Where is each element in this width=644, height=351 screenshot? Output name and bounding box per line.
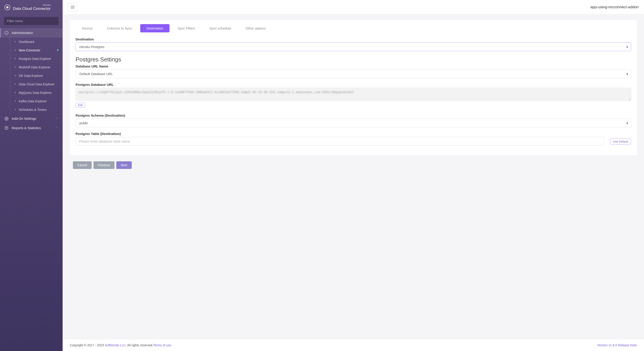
tabs: Source Columns to Sync Destination Sync … <box>76 24 631 32</box>
nav-item-new-connector[interactable]: New Connector <box>10 46 62 54</box>
rights-text: . All rights reserved. <box>126 344 153 347</box>
tab-columns-to-sync[interactable]: Columns to Sync <box>100 24 138 32</box>
tab-destination[interactable]: Destination <box>140 24 170 32</box>
destination-select[interactable]: Heroku Postgres <box>76 42 631 51</box>
nav-item-redshift-explorer[interactable]: Redshift Data Explorer <box>10 63 62 71</box>
nav-section-label: Administration <box>12 31 33 35</box>
logo-icon <box>4 4 10 10</box>
active-indicator-icon <box>57 49 58 51</box>
next-button[interactable]: Next <box>116 161 132 169</box>
destination-label: Destination <box>76 37 631 41</box>
tab-sync-filters[interactable]: Sync Filters <box>171 24 201 32</box>
report-icon <box>4 126 8 130</box>
nav-section-reports[interactable]: Reports & Statistics ﹀ <box>0 123 62 133</box>
nav-section-addon-settings[interactable]: Add-On Settings ﹀ <box>0 114 62 123</box>
db-url-name-label: Database URL Name <box>76 64 631 68</box>
company-link[interactable]: Softtrends LLC <box>105 344 126 347</box>
nav-item-dashboard[interactable]: Dashboard <box>10 37 62 46</box>
nav-item-schedules-timers[interactable]: Schedules & Timers <box>10 105 62 114</box>
app-name: app-using-mcconnect-addon <box>590 5 639 9</box>
sidebar: Heroku Data Cloud Connector Administrati… <box>0 0 62 351</box>
connector-card: Source Columns to Sync Destination Sync … <box>70 20 637 155</box>
schema-select[interactable]: public <box>76 119 631 127</box>
nav-item-postgres-explorer[interactable]: Postgres Data Explorer <box>10 54 62 63</box>
menu-toggle-button[interactable] <box>68 3 77 11</box>
topbar: app-using-mcconnect-addon <box>62 0 644 14</box>
brand-sub: Heroku <box>13 3 50 6</box>
footer: Copyright © 2017 - 2023 Softtrends LLC. … <box>62 339 644 351</box>
brand-main: Data Cloud Connector <box>13 6 50 11</box>
tab-other-options[interactable]: Other options <box>239 24 272 32</box>
filter-menu-input[interactable] <box>4 17 58 25</box>
db-url-textarea[interactable] <box>76 88 631 101</box>
previous-button[interactable]: Previous <box>94 161 114 169</box>
content: Source Columns to Sync Destination Sync … <box>62 14 644 339</box>
terms-link[interactable]: Terms of use <box>153 344 171 347</box>
nav-section-label: Reports & Statistics <box>12 126 41 130</box>
nav-section-administration[interactable]: Administration ︿ <box>0 28 62 37</box>
sidebar-nav: Administration ︿ Dashboard New Connector… <box>0 28 62 351</box>
use-default-button[interactable]: Use Default <box>610 138 631 145</box>
schema-label: Postgres Schema (Destination) <box>76 113 631 117</box>
version-link[interactable]: Version v1.6.0 Release Note <box>597 344 637 347</box>
brand: Heroku Data Cloud Connector <box>13 3 50 11</box>
cancel-button[interactable]: Cancel <box>73 161 92 169</box>
footer-left: Copyright © 2017 - 2023 Softtrends LLC. … <box>70 344 172 347</box>
chevron-up-icon: ︿ <box>56 31 58 34</box>
footer-right: Version v1.6.0 Release Note <box>597 344 637 347</box>
svg-point-3 <box>6 118 7 119</box>
db-url-name-select[interactable]: Default Database URL <box>76 69 631 78</box>
edit-db-url-button[interactable]: Edit <box>76 103 85 108</box>
chevron-down-icon: ﹀ <box>56 126 58 130</box>
postgres-settings-title: Postgres Settings <box>76 56 631 63</box>
tab-source[interactable]: Source <box>76 24 99 32</box>
hamburger-icon <box>71 6 75 8</box>
main: app-using-mcconnect-addon Source Columns… <box>62 0 644 351</box>
nav-item-datacloud-explorer[interactable]: Data Cloud Data Explorer <box>10 80 62 88</box>
action-row: Cancel Previous Next <box>70 161 637 169</box>
nav-section-label: Add-On Settings <box>12 117 36 120</box>
nav-item-bigquery-explorer[interactable]: BigQuery Data Explorer <box>10 88 62 97</box>
chevron-down-icon: ﹀ <box>56 117 58 120</box>
nav-item-kafka-explorer[interactable]: Kafka Data Explorer <box>10 97 62 105</box>
table-label: Postgres Table (Destination) <box>76 132 604 136</box>
gear-icon <box>4 117 8 121</box>
info-icon <box>4 31 8 35</box>
copyright-text: Copyright © 2017 - 2023 <box>70 344 105 347</box>
nav-item-de-explorer[interactable]: DE Data Explorer <box>10 71 62 80</box>
table-name-input[interactable] <box>76 137 604 146</box>
db-url-label: Postgres Database URL <box>76 83 631 86</box>
tab-sync-schedule[interactable]: Sync schedule <box>203 24 238 32</box>
sidebar-header: Heroku Data Cloud Connector <box>0 0 62 15</box>
